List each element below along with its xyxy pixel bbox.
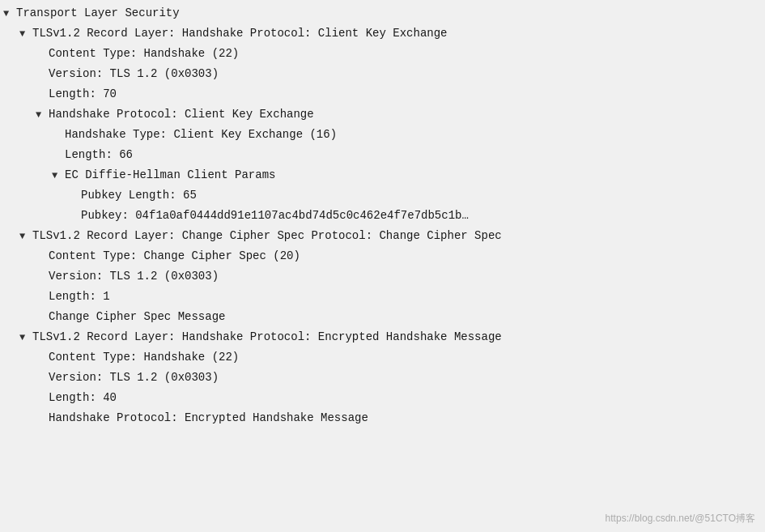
ehm-hs-protocol: Handshake Protocol: Encrypted Handshake …	[49, 410, 368, 427]
ehm-version: Version: TLS 1.2 (0x0303)	[49, 369, 219, 386]
watermark: https://blog.csdn.net/@51CTO搏客	[606, 512, 755, 526]
spacer-3	[36, 87, 49, 102]
toggle-root[interactable]: ▼	[3, 6, 16, 21]
tree-leaf-cke-content-type: Content Type: Handshake (22)	[0, 44, 765, 64]
pubkey-length: Pubkey Length: 65	[81, 187, 197, 204]
toggle-ccs[interactable]: ▼	[19, 229, 32, 244]
spacer-6	[68, 189, 81, 203]
ccs-content-type: Content Type: Change Cipher Spec (20)	[49, 248, 300, 265]
pubkey-value: Pubkey: 04f1a0af0444dd91e1107ac4bd74d5c0…	[81, 207, 469, 224]
tree-leaf-pubkey-length: Pubkey Length: 65	[0, 185, 765, 206]
spacer-15	[36, 411, 49, 426]
cke-label: TLSv1.2 Record Layer: Handshake Protocol…	[32, 25, 447, 42]
tree-node-hs-cke: ▼ Handshake Protocol: Client Key Exchang…	[0, 104, 765, 125]
hs-type: Handshake Type: Client Key Exchange (16)	[65, 126, 337, 143]
tree-leaf-ehm-content-type: Content Type: Handshake (22)	[0, 347, 765, 368]
spacer-5	[52, 148, 65, 163]
tree-leaf-pubkey: Pubkey: 04f1a0af0444dd91e1107ac4bd74d5c0…	[0, 206, 765, 226]
tree-leaf-cke-version: Version: TLS 1.2 (0x0303)	[0, 64, 765, 84]
toggle-ecdh[interactable]: ▼	[52, 168, 65, 183]
tree-leaf-ccs-content-type: Content Type: Change Cipher Spec (20)	[0, 246, 765, 266]
cke-version: Version: TLS 1.2 (0x0303)	[49, 66, 219, 83]
toggle-ehm[interactable]: ▼	[19, 330, 32, 345]
spacer-9	[36, 270, 49, 284]
tree-leaf-hs-type: Handshake Type: Client Key Exchange (16)	[0, 125, 765, 145]
spacer-10	[36, 290, 49, 304]
spacer-4	[52, 128, 65, 143]
ccs-length: Length: 1	[49, 288, 110, 305]
hs-cke-label: Handshake Protocol: Client Key Exchange	[49, 106, 314, 123]
ecdh-label: EC Diffie-Hellman Client Params	[65, 167, 275, 184]
cke-content-type: Content Type: Handshake (22)	[49, 45, 239, 62]
tls-panel: ▼ Transport Layer Security ▼ TLSv1.2 Rec…	[0, 0, 765, 532]
ehm-length: Length: 40	[49, 389, 117, 406]
root-label: Transport Layer Security	[16, 5, 180, 22]
spacer-8	[36, 249, 49, 264]
tree-leaf-hs-length: Length: 66	[0, 145, 765, 165]
tree-node-ccs: ▼ TLSv1.2 Record Layer: Change Cipher Sp…	[0, 226, 765, 246]
spacer-13	[36, 371, 49, 385]
ccs-label: TLSv1.2 Record Layer: Change Cipher Spec…	[32, 228, 502, 245]
tree-leaf-ccs-length: Length: 1	[0, 287, 765, 307]
hs-length: Length: 66	[65, 147, 133, 164]
toggle-hs-cke[interactable]: ▼	[36, 108, 49, 122]
tree-leaf-ehm-length: Length: 40	[0, 388, 765, 408]
tree-leaf-ccs-message: Change Cipher Spec Message	[0, 307, 765, 327]
tree-leaf-ccs-version: Version: TLS 1.2 (0x0303)	[0, 266, 765, 287]
tree-leaf-ehm-hs-protocol: Handshake Protocol: Encrypted Handshake …	[0, 408, 765, 428]
tree-leaf-cke-length: Length: 70	[0, 84, 765, 104]
spacer-1	[36, 47, 49, 62]
ccs-version: Version: TLS 1.2 (0x0303)	[49, 268, 219, 285]
spacer-2	[36, 67, 49, 82]
tree-root: ▼ Transport Layer Security	[0, 3, 765, 23]
tree-leaf-ehm-version: Version: TLS 1.2 (0x0303)	[0, 368, 765, 388]
tree-node-cke: ▼ TLSv1.2 Record Layer: Handshake Protoc…	[0, 23, 765, 44]
tree-node-ehm: ▼ TLSv1.2 Record Layer: Handshake Protoc…	[0, 327, 765, 347]
ehm-content-type: Content Type: Handshake (22)	[49, 349, 239, 366]
spacer-7	[68, 209, 81, 223]
cke-length: Length: 70	[49, 86, 117, 103]
ccs-message: Change Cipher Spec Message	[49, 309, 225, 326]
tree-node-ecdh: ▼ EC Diffie-Hellman Client Params	[0, 165, 765, 185]
toggle-cke[interactable]: ▼	[19, 27, 32, 41]
spacer-12	[36, 351, 49, 365]
spacer-14	[36, 391, 49, 406]
spacer-11	[36, 310, 49, 325]
ehm-label: TLSv1.2 Record Layer: Handshake Protocol…	[32, 329, 502, 346]
